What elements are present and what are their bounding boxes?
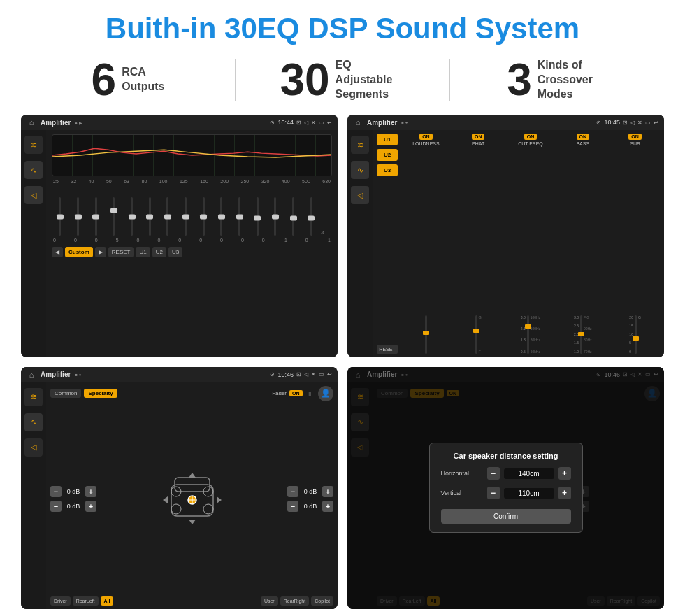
crossover-home-icon: ⌂ [353, 117, 363, 127]
eq-bottom-bar: ◀ Custom ▶ RESET U1 U2 U3 [52, 247, 332, 257]
phat-on-btn[interactable]: ON [472, 134, 485, 140]
eq-top-icons: ⊙ 10:44 ⊡ ◁ ✕ ▭ ↩ [270, 119, 332, 126]
car-svg [161, 471, 224, 527]
fader-tabs-row: Common Specialty Fader ON ||| 👤 [50, 386, 333, 401]
dialog-horizontal-row: Horizontal − 140cm + [441, 467, 571, 480]
eq-slider-12[interactable] [249, 197, 266, 236]
fad-x-icon: ✕ [311, 371, 316, 378]
fad-sidebar-speaker-icon[interactable]: ◁ [24, 438, 43, 457]
vol3-plus-btn[interactable]: + [322, 486, 333, 497]
vol2-minus-btn[interactable]: − [50, 501, 62, 512]
fader-left-col: − 0 dB + − 0 dB + [50, 404, 96, 594]
freq-100: 100 [159, 179, 168, 184]
fad-sidebar-eq-icon[interactable]: ≋ [24, 388, 43, 406]
sub-on-btn[interactable]: ON [628, 134, 642, 140]
cro-sidebar-eq-icon[interactable]: ≋ [351, 136, 369, 154]
eq-slider-8[interactable] [178, 197, 194, 236]
vol1-plus-btn[interactable]: + [85, 486, 96, 497]
eq-graph [52, 134, 332, 176]
eq-slider-6[interactable] [141, 197, 158, 236]
vol4-plus-btn[interactable]: + [322, 501, 333, 512]
loudness-on-btn[interactable]: ON [419, 134, 433, 140]
svg-marker-12 [217, 496, 222, 503]
cro-u2-btn[interactable]: U2 [377, 149, 398, 161]
dialog-horizontal-plus[interactable]: + [558, 467, 571, 480]
eq-more-arrow[interactable]: » [321, 229, 332, 236]
eq-slider-11[interactable] [231, 197, 248, 236]
rearleft-btn[interactable]: RearLeft [73, 596, 99, 606]
vol4-minus-btn[interactable]: − [287, 501, 298, 512]
cro-sidebar-wave-icon[interactable]: ∿ [351, 161, 369, 179]
fader-time: 10:46 [277, 371, 294, 378]
stat-crossover: 3 Kinds ofCrossover Modes [450, 57, 664, 102]
stat-crossover-label: Kinds ofCrossover Modes [538, 58, 607, 101]
eq-slider-2[interactable] [70, 197, 87, 236]
eq-title: Amplifier [41, 119, 71, 127]
screen-crossover: ⌂ Amplifier ■ ● ⊙ 10:45 ⊡ ◁ ✕ ▭ ↩ ≋ ∿ ◁ [347, 115, 664, 357]
dialog-confirm-btn[interactable]: Confirm [441, 509, 571, 524]
eq-u1-btn[interactable]: U1 [136, 247, 150, 257]
bass-vslider[interactable] [580, 315, 582, 354]
eq-value-labels: 000 500 000 00-1 0-1 [52, 238, 332, 243]
dialog-vertical-minus[interactable]: − [487, 487, 500, 499]
cro-u3-btn[interactable]: U3 [377, 164, 398, 176]
eq-prev-btn[interactable]: ◀ [52, 247, 63, 257]
sidebar-eq-icon[interactable]: ≋ [24, 136, 43, 154]
channel-loudness: ON LOUDNESS [401, 134, 451, 353]
phat-vslider[interactable] [475, 315, 477, 354]
cutfreq-on-btn[interactable]: ON [524, 134, 538, 140]
vol1-minus-btn[interactable]: − [50, 486, 62, 497]
crossover-sidebar: ≋ ∿ ◁ [347, 130, 373, 357]
all-btn[interactable]: All [101, 596, 114, 606]
fad-rect-icon: ▭ [319, 371, 324, 378]
channel-sub: ON SUB 20151050 G [610, 134, 660, 353]
copilot-btn[interactable]: Copilot [311, 596, 333, 606]
eq-rect-icon: ▭ [319, 120, 324, 126]
stat-crossover-number: 3 [507, 57, 532, 102]
eq-custom-btn[interactable]: Custom [65, 247, 93, 257]
eq-next-btn[interactable]: ▶ [95, 247, 106, 257]
eq-slider-4[interactable] [106, 197, 122, 236]
dialog-horizontal-minus[interactable]: − [487, 467, 500, 480]
eq-slider-7[interactable] [159, 197, 176, 236]
eq-slider-10[interactable] [213, 197, 230, 236]
driver-btn[interactable]: Driver [50, 596, 71, 606]
dialog-vertical-plus[interactable]: + [558, 487, 571, 499]
eq-reset-btn[interactable]: RESET [108, 247, 134, 257]
loudness-vslider[interactable] [425, 315, 427, 354]
eq-u2-btn[interactable]: U2 [152, 247, 166, 257]
freq-63: 63 [124, 179, 129, 184]
bass-on-btn[interactable]: ON [577, 134, 590, 140]
fader-specialty-tab[interactable]: Specialty [84, 389, 117, 398]
eq-slider-13[interactable] [267, 197, 284, 236]
sidebar-speaker-icon[interactable]: ◁ [24, 186, 43, 204]
sidebar-wave-icon[interactable]: ∿ [24, 161, 43, 179]
bass-label: BASS [576, 141, 589, 146]
fad-sidebar-wave-icon[interactable]: ∿ [24, 413, 43, 431]
vol3-minus-btn[interactable]: − [287, 486, 298, 497]
eq-slider-5[interactable] [124, 197, 140, 236]
eq-slider-15[interactable] [303, 197, 319, 236]
cro-loc-icon: ⊙ [596, 120, 601, 126]
eq-slider-3[interactable] [87, 197, 104, 236]
fader-vol-row-1: − 0 dB + [50, 486, 96, 497]
eq-slider-1[interactable] [52, 197, 68, 236]
cro-reset-btn[interactable]: RESET [377, 345, 398, 354]
crossover-screen-content: ≋ ∿ ◁ U1 U2 U3 RESET ON LOU [347, 130, 664, 357]
vol2-plus-btn[interactable]: + [85, 501, 96, 512]
eq-slider-14[interactable] [285, 197, 302, 236]
cro-u1-btn[interactable]: U1 [377, 134, 398, 145]
eq-u3-btn[interactable]: U3 [168, 247, 182, 257]
rearright-btn[interactable]: RearRight [280, 596, 310, 606]
user-btn[interactable]: User [261, 596, 278, 606]
dialog-horizontal-label: Horizontal [441, 470, 483, 477]
cro-rect-icon: ▭ [645, 120, 651, 126]
channel-cutfreq: ON CUT FREQ 3.02.11.30.5 100Hz100Hz80kHz… [506, 134, 556, 353]
cutfreq-vslider[interactable] [527, 315, 529, 354]
eq-slider-9[interactable] [195, 197, 212, 236]
sub-vslider[interactable] [635, 315, 637, 354]
dialog-screen-content: ≋ ∿ ◁ Common Specialty ON 👤 −0 dB+ [347, 382, 664, 609]
freq-200: 200 [220, 179, 229, 184]
cro-sidebar-speaker-icon[interactable]: ◁ [351, 186, 369, 204]
fader-common-tab[interactable]: Common [50, 389, 81, 398]
